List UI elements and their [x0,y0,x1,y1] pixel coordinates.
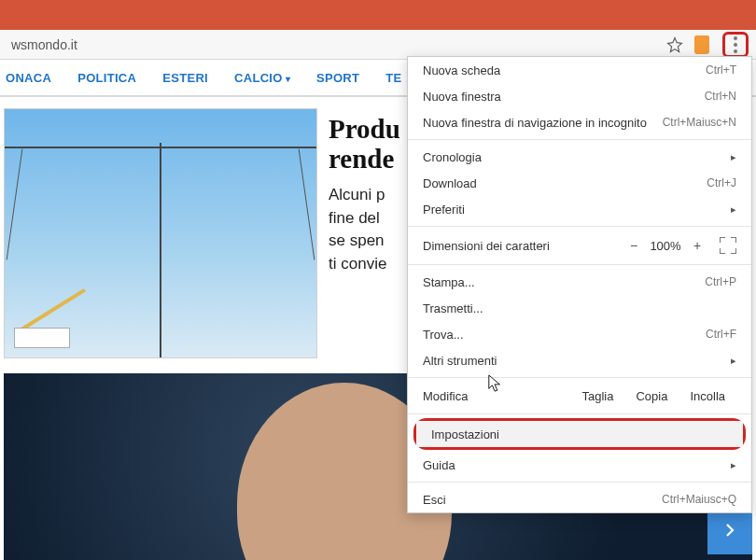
menu-downloads[interactable]: Download Ctrl+J [408,170,751,196]
article-image-pylon[interactable] [4,108,317,358]
menu-settings[interactable]: Impostazioni [416,421,743,447]
nav-item-esteri[interactable]: ESTERI [162,71,208,85]
menu-separator [408,139,751,140]
menu-bookmarks[interactable]: Preferiti ▸ [408,196,751,222]
menu-incognito[interactable]: Nuova finestra di navigazione in incogni… [408,109,751,135]
kebab-menu-icon[interactable] [734,36,737,53]
menu-edit-row: Modifica Taglia Copia Incolla [408,382,751,410]
menu-zoom: Dimensioni dei caratteri − 100% + [408,231,751,260]
fullscreen-icon[interactable] [720,237,736,254]
menu-exit[interactable]: Esci Ctrl+Maiusc+Q [408,486,751,512]
nav-item-calcio[interactable]: CALCIO▾ [234,71,290,85]
article-title[interactable]: Produ rende [329,114,400,175]
menu-new-tab[interactable]: Nuova scheda Ctrl+T [408,57,751,83]
article-body: Alcuni p fine del se spen ti convie [329,184,394,276]
url-text[interactable]: wsmondo.it [6,37,666,52]
zoom-out-button[interactable]: − [623,238,645,253]
window-titlebar [0,0,756,30]
edit-copy-button[interactable]: Copia [624,389,679,403]
nav-item-onaca[interactable]: ONACA [6,71,51,85]
menu-separator [408,413,751,414]
menu-separator [408,264,751,265]
chevron-right-icon: ▸ [723,203,736,216]
menu-settings-highlight: Impostazioni [413,418,746,450]
browser-menu: Nuova scheda Ctrl+T Nuova finestra Ctrl+… [407,56,752,513]
nav-item-sport[interactable]: SPORT [316,71,359,85]
chevron-right-icon: ▸ [723,355,736,367]
nav-item-te[interactable]: TE [385,71,401,85]
chevron-right-icon: ▸ [723,459,736,471]
edit-paste-button[interactable]: Incolla [679,389,736,403]
chevron-down-icon: ▾ [286,74,290,84]
bookmark-star-icon[interactable] [666,36,683,53]
article-preview: Produ rende Alcuni p fine del se spen ti… [329,108,400,358]
menu-cast[interactable]: Trasmetti... [408,295,751,321]
menu-more-tools[interactable]: Altri strumenti ▸ [408,347,751,373]
menu-print[interactable]: Stampa... Ctrl+P [408,269,751,295]
menu-separator [408,482,751,483]
nav-item-politica[interactable]: POLITICA [77,71,136,85]
edit-cut-button[interactable]: Taglia [570,389,624,403]
menu-find[interactable]: Trova... Ctrl+F [408,321,751,347]
zoom-in-button[interactable]: + [686,238,708,253]
menu-separator [408,377,751,378]
chevron-right-icon [721,522,738,539]
zoom-value: 100% [645,239,686,253]
extension-icon[interactable] [694,35,709,54]
menu-button-highlight [722,32,749,58]
menu-separator [408,226,751,227]
menu-history[interactable]: Cronologia ▸ [408,144,751,170]
shortcut-text: Ctrl+T [706,63,736,77]
menu-new-window[interactable]: Nuova finestra Ctrl+N [408,83,751,109]
chevron-right-icon: ▸ [723,151,736,163]
menu-help[interactable]: Guida ▸ [408,452,751,478]
